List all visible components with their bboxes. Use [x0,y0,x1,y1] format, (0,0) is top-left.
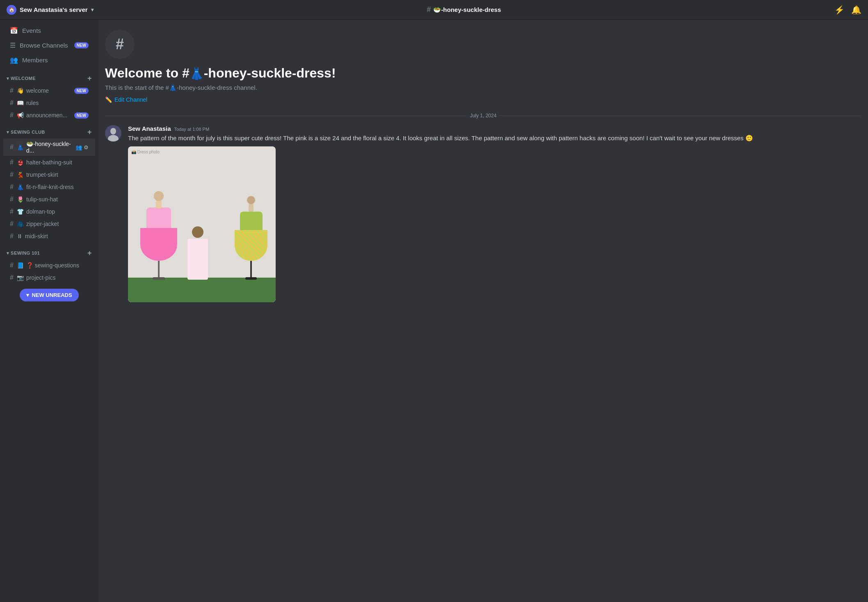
channel-trumpet-name: trumpet-skirt [26,171,58,178]
channel-hash-icon: # [427,5,431,14]
threads-icon[interactable]: ⚡ [834,5,845,15]
hash-icon: # [10,274,14,281]
browse-channels-badge: NEW [74,42,89,48]
hash-icon: # [10,196,14,203]
channel-rules-emoji: 📖 [17,100,24,106]
channel-tulip-emoji: 🌷 [17,196,24,203]
channel-dolman[interactable]: # 👕 dolman-top [3,206,95,217]
edit-channel-link[interactable]: ✏️ Edit Channel [105,96,147,103]
avatar [105,125,121,141]
settings-icon[interactable]: ⚙ [84,144,89,150]
channel-announcements-emoji: 📢 [17,112,24,119]
channel-header: # 🥗-honey-suckle-dress [427,5,501,14]
sidebar-item-members[interactable]: 👥 Members [3,53,95,67]
channel-welcome-desc: This is the start of the #👗-honey-suckle… [105,84,861,91]
channel-midi-name: midi-skirt [25,233,48,239]
section-sewing-club[interactable]: ▾ SEWING CLUB + [0,121,98,138]
chat-area: # Welcome to #👗-honey-suckle-dress! This… [98,20,868,602]
add-sewing-club-channel-button[interactable]: + [87,128,92,137]
date-divider-text: July 1, 2024 [470,113,497,119]
channel-halter-name: halter-bathing-suit [26,159,72,166]
members-icon: 👥 [10,56,18,64]
channel-fit-emoji: 👗 [17,184,24,190]
channel-welcome[interactable]: # 👋 welcome NEW [3,85,95,96]
hash-icon: # [10,171,14,178]
channel-trumpet-emoji: 💃 [17,171,24,178]
hash-icon: # [10,220,14,228]
hash-big-icon: # [116,36,124,53]
server-name: Sew Anastasia's server [20,6,88,13]
hash-icon: # [10,208,14,215]
browse-channels-label: Browse Channels [20,42,68,49]
channel-announcements[interactable]: # 📢 announcemen... NEW [3,109,95,121]
section-sewing-101[interactable]: ▾ SEWING 101 + [0,242,98,259]
channel-announcements-name: announcemen... [26,112,67,119]
chat-content: # Welcome to #👗-honey-suckle-dress! This… [98,20,868,602]
channel-welcome-section: # Welcome to #👗-honey-suckle-dress! This… [105,30,861,103]
message-content: Sew Anastasia Today at 1:08 PM The patte… [128,125,861,302]
pencil-icon: ✏️ [105,96,112,103]
message: Sew Anastasia Today at 1:08 PM The patte… [105,125,861,302]
hash-icon: # [10,112,14,119]
channel-tulip[interactable]: # 🌷 tulip-sun-hat [3,194,95,205]
section-sewing-club-label: ▾ SEWING CLUB [7,130,45,135]
image-caption: 📸 Dress photo [131,150,160,154]
new-unreads-label: NEW UNREADS [32,292,72,298]
sidebar-item-browse-channels[interactable]: ☰ Browse Channels NEW [3,38,95,52]
chevron-down-icon: ▾ [91,7,94,13]
events-label: Events [22,27,41,34]
channel-trumpet[interactable]: # 💃 trumpet-skirt [3,169,95,180]
channel-sq-name: ❓ sewing-questions [26,262,79,269]
channel-midi-emoji: ⏸ [17,233,23,239]
section-sewing-101-label: ▾ SEWING 101 [7,251,40,256]
hash-icon: # [10,87,14,94]
hash-icon: # [10,183,14,191]
channel-rules-name: rules [26,100,39,106]
channel-zipper[interactable]: # 🧥 zipper-jacket [3,218,95,230]
browse-icon: ☰ [10,41,16,49]
server-name-area[interactable]: 🏠 Sew Anastasia's server ▾ [7,5,94,15]
channel-zipper-name: zipper-jacket [26,221,59,227]
channel-project-pics[interactable]: # 📷 project-pics [3,272,95,283]
hash-icon: # [10,233,14,240]
add-welcome-channel-button[interactable]: + [87,74,92,83]
chevron-down-icon2: ▾ [26,292,29,298]
channel-welcome-title: Welcome to #👗-honey-suckle-dress! [105,66,861,81]
channel-tulip-name: tulip-sun-hat [26,196,58,203]
section-welcome[interactable]: ▾ WELCOME + [0,68,98,84]
channel-sq-emoji: 📘 [17,262,24,269]
add-sewing-101-channel-button[interactable]: + [87,249,92,258]
message-text: The pattern of the month for july is thi… [128,134,861,143]
channel-welcome-badge: NEW [74,88,89,94]
channel-halter[interactable]: # 👙 halter-bathing-suit [3,157,95,168]
sidebar-item-events[interactable]: 📅 Events [3,23,95,38]
channel-honey-suckle-dress[interactable]: # 👗 🥗-honey-suckle-d... 👥 ⚙ [3,139,95,156]
hash-icon: # [10,144,14,151]
hash-icon: # [10,159,14,166]
events-icon: 📅 [10,27,18,34]
server-icon: 🏠 [7,5,16,15]
channel-rules[interactable]: # 📖 rules [3,97,95,109]
message-author: Sew Anastasia [128,125,171,132]
sidebar: 📅 Events ☰ Browse Channels NEW 👥 Members… [0,20,98,602]
new-unreads-banner[interactable]: ▾ NEW UNREADS [20,289,78,301]
channel-pp-emoji: 📷 [17,274,24,281]
top-bar-actions: ⚡ 🔔 [834,5,861,15]
message-time: Today at 1:08 PM [174,127,210,132]
members2-icon: 👥 [75,144,82,150]
hash-icon: # [10,262,14,269]
channel-fit-name: fit-n-flair-knit-dress [26,184,74,190]
top-bar: 🏠 Sew Anastasia's server ▾ # 🥗-honey-suc… [0,0,868,20]
channel-announcements-badge: NEW [74,112,89,119]
channel-name-header: 🥗-honey-suckle-dress [433,6,501,14]
channel-fit-n-flair[interactable]: # 👗 fit-n-flair-knit-dress [3,181,95,193]
bell-icon[interactable]: 🔔 [851,5,861,15]
channel-midi[interactable]: # ⏸ midi-skirt [3,230,95,242]
channel-dolman-emoji: 👕 [17,208,24,215]
channel-icon-circle: # [105,30,135,59]
message-image[interactable]: 📸 Dress photo [128,146,276,302]
channel-sewing-questions[interactable]: # 📘 ❓ sewing-questions [3,260,95,271]
channel-active-icons: 👥 ⚙ [75,144,89,150]
channel-welcome-emoji: 👋 [17,87,24,94]
channel-halter-emoji: 👙 [17,159,24,166]
